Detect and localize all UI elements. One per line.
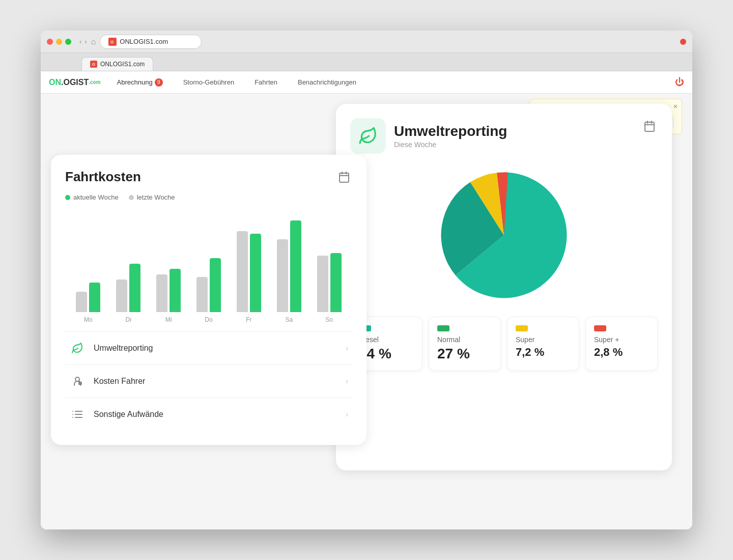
svg-rect-7 — [79, 381, 80, 384]
home-icon[interactable]: ⌂ — [91, 37, 96, 46]
stat-card-super: Super 7,2 % — [507, 317, 579, 371]
umwelt-title-area: Umweltreporting Diese Woche — [350, 118, 507, 154]
logo-logist: OGIST — [63, 78, 89, 87]
bar-current — [250, 234, 261, 312]
stat-value-super: 7,2 % — [516, 346, 571, 359]
nav-item-abrechnung[interactable]: Abrechnung 9 — [113, 76, 167, 89]
stats-grid: Diesel 64 % Normal 27 % Super 7,2 % — [350, 317, 658, 371]
bar-current — [170, 269, 181, 312]
bar-chart: MoDiMiDoFrSaSo — [65, 211, 352, 323]
power-icon[interactable]: ⏻ — [675, 77, 684, 88]
stat-label-super-plus: Super + — [594, 335, 649, 344]
bar-last — [317, 256, 328, 312]
bar-label: Do — [205, 316, 212, 323]
bar-last — [196, 277, 208, 312]
leaf-icon — [69, 340, 86, 356]
bars-pair — [277, 215, 301, 312]
browser-tab[interactable]: O ONLOGIS1.com — [81, 57, 153, 71]
favicon: O — [108, 38, 117, 46]
bar-last — [156, 274, 167, 312]
stat-card-normal: Normal 27 % — [429, 317, 501, 371]
bars-pair — [237, 215, 261, 312]
cards-area: Fahrtkosten aktuelle Woche — [51, 104, 672, 529]
nav-label-fahrten: Fahrten — [255, 78, 277, 86]
stat-label-diesel: Diesel — [359, 335, 414, 344]
umwelt-header: Umweltreporting Diese Woche — [350, 118, 658, 154]
tab-label: ONLOGIS1.com — [100, 61, 145, 68]
tab-bar: O ONLOGIS1.com — [41, 53, 692, 71]
bar-label: Fr — [246, 316, 251, 323]
bar-current — [129, 264, 140, 312]
nav-label-storno: Storno-Gebühren — [183, 78, 234, 86]
fahrtkosten-header: Fahrtkosten — [65, 169, 352, 185]
minimize-button[interactable] — [56, 39, 62, 45]
legend-dot-current — [65, 195, 70, 200]
bar-current — [330, 253, 342, 312]
nav-item-fahrten[interactable]: Fahrten — [250, 76, 281, 88]
umwelt-subtitle: Diese Woche — [394, 141, 507, 149]
bar-last — [116, 279, 127, 312]
umwelt-calendar-icon[interactable] — [641, 118, 658, 134]
svg-point-6 — [75, 377, 79, 381]
bar-label: Sa — [285, 316, 293, 323]
bars-pair — [317, 215, 342, 312]
pie-chart-container — [350, 169, 658, 301]
bars-pair — [116, 215, 140, 312]
menu-item-umweltreporting[interactable]: Umweltreporting › — [65, 332, 352, 365]
card-fahrtkosten: Fahrtkosten aktuelle Woche — [51, 155, 366, 445]
legend-current-label: aktuelle Woche — [73, 193, 119, 201]
browser-titlebar: ‹ › ⌂ O ONLOGIS1.com — [41, 31, 692, 53]
stat-value-super-plus: 2,8 % — [594, 346, 649, 359]
svg-rect-2 — [340, 173, 349, 182]
status-dot — [680, 39, 686, 45]
page-content: × Bitte Bankdaten hinterlegen... Später … — [41, 94, 692, 529]
legend-last: letzte Woche — [129, 193, 175, 201]
app-logo: ON.OGIST.com — [49, 78, 101, 87]
nav-item-benachrichtigungen[interactable]: Benachrichtigungen — [294, 76, 360, 88]
pie-chart — [438, 169, 570, 301]
svg-rect-15 — [645, 122, 654, 131]
menu-list: Umweltreporting › Kosten Fahre — [65, 331, 352, 431]
app-navbar: ON.OGIST.com Abrechnung 9 Storno-Gebühre… — [41, 71, 692, 94]
leaf-large-icon — [358, 126, 378, 146]
menu-item-sonstige[interactable]: Sonstige Aufwände › — [65, 398, 352, 431]
stat-label-normal: Normal — [437, 335, 492, 344]
bar-current — [290, 220, 301, 312]
stat-label-super: Super — [516, 335, 571, 344]
fahrtkosten-calendar-icon[interactable] — [336, 169, 352, 185]
svg-rect-8 — [80, 382, 81, 384]
bar-group: Sa — [271, 211, 307, 323]
forward-button[interactable]: › — [84, 38, 87, 45]
stat-value-diesel: 64 % — [359, 346, 414, 362]
legend-last-label: letzte Woche — [137, 193, 175, 201]
svg-text:O: O — [110, 40, 114, 44]
bars-pair — [196, 215, 221, 312]
nav-label-abrechnung: Abrechnung — [117, 78, 153, 86]
menu-item-label-sonstige: Sonstige Aufwände — [94, 410, 337, 419]
maximize-button[interactable] — [65, 39, 71, 45]
stat-color-super-plus — [594, 325, 606, 331]
menu-item-kosten[interactable]: Kosten Fahrer › — [65, 365, 352, 398]
notification-close-icon[interactable]: × — [673, 102, 678, 110]
browser-window: ‹ › ⌂ O ONLOGIS1.com O ONLOGIS1.com ON.O… — [41, 31, 692, 529]
bar-label: Mi — [165, 316, 172, 323]
address-bar[interactable]: O ONLOGIS1.com — [100, 35, 202, 49]
arrow-icon-umwelt: › — [346, 344, 348, 353]
nav-label-benachrichtigungen: Benachrichtigungen — [298, 78, 356, 86]
nav-item-storno[interactable]: Storno-Gebühren — [179, 76, 238, 88]
legend-current: aktuelle Woche — [65, 193, 119, 201]
bar-last — [76, 292, 87, 312]
arrow-icon-kosten: › — [346, 377, 348, 386]
logo-com2: com — [90, 79, 101, 85]
logo-on: ON — [49, 78, 61, 87]
bar-group: Mi — [151, 211, 187, 323]
bar-group: Do — [191, 211, 227, 323]
bar-last — [237, 231, 248, 312]
bars-pair — [76, 215, 100, 312]
stat-value-normal: 27 % — [437, 346, 492, 362]
back-button[interactable]: ‹ — [79, 38, 81, 45]
close-button[interactable] — [47, 39, 53, 45]
tab-favicon: O — [90, 61, 97, 68]
bar-label: Di — [126, 316, 131, 323]
person-chart-icon — [69, 373, 86, 389]
